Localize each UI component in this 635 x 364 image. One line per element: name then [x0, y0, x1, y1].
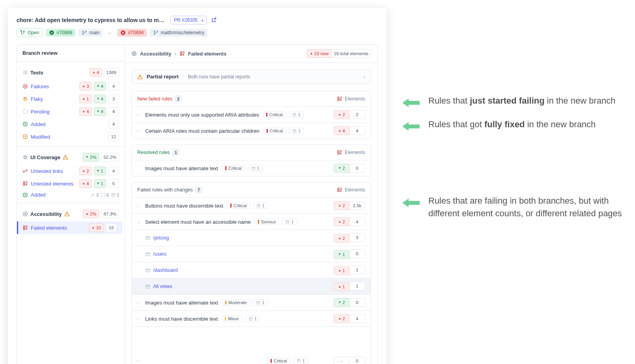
section-title: Tests	[30, 70, 43, 76]
views-chip: 1	[289, 111, 304, 118]
sidebar-item-failed-elements[interactable]: Failed elements▲1018	[17, 221, 122, 234]
rule-row[interactable]: ›Links must have discernible textMinor1▲…	[132, 310, 371, 327]
group-header: New failed rules2 Elements	[132, 91, 371, 106]
sidebar-item-label: Pending	[31, 109, 50, 115]
pr-label: PR #26305	[174, 17, 198, 23]
external-link-icon[interactable]	[211, 17, 217, 23]
section-title-row[interactable]: Tests▲41389	[17, 65, 125, 80]
chevron-right-icon: ›	[364, 74, 365, 80]
tests-title-icon	[22, 70, 28, 75]
delta-up-chip: ▲2	[334, 217, 349, 226]
delta-up-chip: ▲4	[334, 126, 349, 135]
section-title-row[interactable]: Accessibility ▲2%87.3%	[17, 206, 125, 221]
new-count-chip: ▲10 new	[307, 49, 331, 58]
arrow-left-icon	[402, 198, 420, 208]
svg-rect-31	[257, 301, 260, 304]
warning-icon	[137, 74, 143, 80]
delta-down-chip: ▼2	[334, 164, 349, 173]
rule-name: Select element must have an accessible n…	[145, 219, 251, 225]
chevron-down-icon: ⌄	[137, 220, 142, 224]
sidebar-item-pending[interactable]: Pending▲4▼44	[17, 105, 125, 118]
rule-row[interactable]: Images must have alternate textCritical1…	[132, 160, 371, 176]
pr-selector[interactable]: PR #26305	[170, 16, 207, 24]
down-chip: ▼1	[94, 167, 106, 175]
sidebar-item-modified[interactable]: Modified12	[17, 130, 125, 143]
group-title: Resolved rules	[137, 150, 170, 155]
views-chip: 1	[245, 316, 260, 322]
chevron-right-icon: ›	[137, 317, 142, 321]
page-row[interactable]: /dashboard▲11	[132, 262, 371, 278]
run-b-label: #70894	[128, 30, 144, 35]
sidebar-item-label: Added	[31, 121, 46, 127]
svg-point-6	[157, 31, 158, 32]
rule-row[interactable]: ›Certain ARIA roles must contain particu…	[132, 123, 371, 139]
run-a-chip[interactable]: #70888	[46, 29, 75, 37]
total-chip: 0	[349, 357, 365, 364]
crumb-accessibility[interactable]: Accessibility	[140, 51, 172, 57]
severity-badge: Serious	[255, 219, 279, 225]
rule-row[interactable]: ›Images must have alternate textModerate…	[132, 294, 371, 310]
page-total: 3	[349, 233, 365, 242]
branch-b-label: matth/misc/telemetry	[161, 30, 204, 35]
up-chip: ▲10	[89, 223, 104, 232]
rule-row[interactable]: › elements must have captionsCritical1-0	[132, 327, 371, 364]
svg-rect-32	[249, 318, 252, 320]
group-count: 1	[172, 149, 179, 156]
severity-badge: Critical	[227, 202, 250, 209]
severity-badge: Critical	[267, 358, 290, 364]
pending-icon	[22, 109, 28, 114]
run-b-chip[interactable]: #70894	[117, 29, 147, 37]
failures-icon	[22, 84, 28, 89]
count-chip: 3	[108, 95, 119, 103]
sidebar-item-untested-links[interactable]: Untested links▲2▼14	[17, 165, 125, 177]
cov-down: ▼2%	[83, 153, 99, 162]
tests-total: 1389	[103, 68, 119, 77]
open-label: Open	[28, 30, 39, 35]
delta-chip: -	[334, 357, 349, 364]
rule-row[interactable]: ›Buttons must have discernible textCriti…	[132, 197, 371, 214]
sidebar: Branch review Tests▲41389Failures▲3▼44FF…	[17, 44, 125, 364]
page-path: All views	[153, 284, 172, 289]
elements-icon	[337, 187, 342, 193]
svg-rect-17	[112, 193, 115, 196]
sidebar-item-flaky[interactable]: FFlaky▲1▼43	[17, 93, 125, 105]
sidebar-item-added[interactable]: Added4	[17, 118, 125, 130]
svg-point-21	[133, 53, 135, 54]
section-title-row[interactable]: UI Coverage ▼2%52.2%	[17, 150, 125, 165]
svg-point-1	[83, 31, 84, 32]
partial-report-notice[interactable]: Partial report · Both runs have partial …	[131, 69, 371, 84]
added-icon	[22, 121, 28, 127]
coverage-title-icon	[22, 154, 28, 160]
rule-row[interactable]: ›Elements must only use supported ARIA a…	[132, 106, 371, 123]
rule-row[interactable]: ⌄Select element must have an accessible …	[132, 214, 371, 230]
meta-row: Open #70888 main ← #70894 matth/misc/tel…	[17, 28, 378, 37]
sidebar-item-added[interactable]: Added 3 6 2	[17, 190, 125, 200]
total-chip: 2.5k	[349, 201, 365, 210]
views-chip: 1	[253, 299, 267, 306]
chevron-right-icon: ›	[137, 129, 142, 133]
main-panel: Accessibility › Failed elements ▲10 new …	[125, 44, 378, 364]
crumb-failed-elements[interactable]: Failed elements	[188, 51, 227, 57]
branch-b-chip[interactable]: matth/misc/telemetry	[150, 29, 207, 37]
svg-point-18	[23, 212, 28, 216]
branch-a-chip[interactable]: main	[78, 29, 103, 37]
page-row[interactable]: /users▼10	[132, 246, 371, 262]
svg-point-11	[23, 110, 28, 114]
annotations: Rules that just started failing in the n…	[402, 8, 623, 230]
brackets-count: 6	[101, 193, 109, 197]
arrow-left-icon: ←	[106, 30, 114, 36]
a11y-pct: 87.3%	[101, 210, 119, 218]
delta-up-chip: ▲1	[334, 266, 349, 275]
elements-icon	[337, 96, 342, 102]
sidebar-item-untested-elements[interactable]: Untested elements▲4▼15	[17, 177, 125, 190]
rule-name: Links must have discernible text	[145, 316, 218, 322]
sidebar-item-failures[interactable]: Failures▲3▼44	[17, 80, 125, 93]
header-stats: ▲10 new 18 total elements	[307, 49, 371, 58]
page-row[interactable]: /pricing▲23	[132, 230, 371, 246]
page-row[interactable]: All views▲11	[132, 278, 371, 294]
count-chip: 4	[108, 120, 119, 128]
cov-pct: 52.2%	[101, 153, 119, 162]
svg-point-2	[86, 31, 86, 32]
page-path: /pricing	[153, 235, 169, 241]
sidebar-item-label: Untested links	[31, 168, 63, 174]
